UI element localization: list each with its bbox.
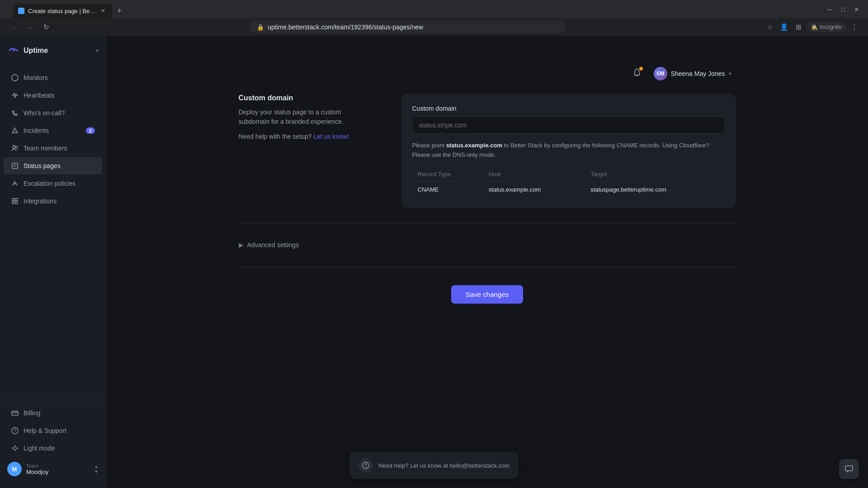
integrations-icon xyxy=(11,197,19,205)
team-label: Team xyxy=(26,463,90,469)
team-name: Moodjoy xyxy=(26,469,90,475)
svg-rect-13 xyxy=(15,202,18,204)
let-us-know-link[interactable]: Let us know! xyxy=(313,133,349,140)
sidebar-item-monitors[interactable]: Monitors xyxy=(4,69,102,86)
maximize-button[interactable]: □ xyxy=(837,4,849,15)
dns-table: Record Type Host Target CNAME status.exa… xyxy=(412,167,725,197)
escalation-policies-label: Escalation policies xyxy=(24,180,75,187)
dns-col-type: Record Type xyxy=(412,167,483,182)
security-icon: 🔒 xyxy=(257,24,264,31)
team-section[interactable]: M Team Moodjoy ▲▼ xyxy=(0,457,106,481)
incognito-icon: 🕵 xyxy=(811,24,818,30)
sidebar-bottom: Billing ? Help & Support Light mode M Te… xyxy=(0,400,106,488)
svg-point-6 xyxy=(16,146,18,148)
svg-text:?: ? xyxy=(365,463,368,468)
sidebar-item-heartbeats[interactable]: Heartbeats xyxy=(4,87,102,104)
sidebar-item-status-pages[interactable]: Status pages xyxy=(4,157,102,174)
logo-text: Uptime xyxy=(24,47,48,55)
minimize-button[interactable]: ─ xyxy=(824,4,835,15)
app-layout: Uptime ▾ Monitors Heartbeats Who's on xyxy=(0,36,868,488)
notification-dot xyxy=(639,67,643,70)
section-title: Custom domain xyxy=(239,94,374,102)
advanced-settings-label: Advanced settings xyxy=(247,241,299,249)
incognito-label: Incognito xyxy=(820,24,842,30)
light-mode-label: Light mode xyxy=(24,445,55,452)
extensions-button[interactable]: ⊞ xyxy=(792,21,805,33)
dns-target-cell: statuspage.betteruptime.com xyxy=(585,181,725,197)
svg-point-0 xyxy=(13,50,14,52)
main-content: SM Sheena May Jones ▾ Custom domain Depl… xyxy=(106,36,868,488)
help-tooltip-icon: ? xyxy=(359,458,373,473)
team-arrows-icon: ▲▼ xyxy=(94,464,99,474)
browser-actions: ☆ 👤 ⊞ 🕵 Incognito ⋮ xyxy=(763,21,861,33)
active-tab[interactable]: Create status page | Better Sta... ✕ xyxy=(13,4,112,18)
tab-favicon xyxy=(18,8,24,14)
svg-rect-14 xyxy=(12,411,18,415)
address-bar[interactable]: 🔒 uptime.betterstack.com/team/192396/sta… xyxy=(250,21,566,33)
custom-domain-input[interactable] xyxy=(412,117,725,134)
status-pages-label: Status pages xyxy=(24,162,61,169)
section-description-text: Deploy your status page to a custom subd… xyxy=(239,108,374,127)
whos-on-call-icon xyxy=(11,109,19,117)
section-divider xyxy=(239,223,736,223)
section-form: Custom domain Please point status.exampl… xyxy=(401,94,736,208)
profile-button[interactable]: 👤 xyxy=(778,21,790,33)
sidebar-item-integrations[interactable]: Integrations xyxy=(4,192,102,210)
integrations-label: Integrations xyxy=(24,197,57,205)
form-card: Custom domain Please point status.exampl… xyxy=(401,94,736,208)
sidebar-chevron-icon: ▾ xyxy=(96,47,99,54)
advanced-chevron-icon: ▶ xyxy=(239,241,244,249)
sidebar-header[interactable]: Uptime ▾ xyxy=(0,36,106,65)
escalation-icon xyxy=(11,179,19,188)
save-changes-button[interactable]: Save changes xyxy=(451,285,523,304)
dns-host-cell: status.example.com xyxy=(483,181,585,197)
sidebar-item-team-members[interactable]: Team members xyxy=(4,140,102,157)
tab-bar: Create status page | Better Sta... ✕ + xyxy=(13,4,820,18)
menu-button[interactable]: ⋮ xyxy=(848,21,861,33)
forward-button[interactable]: → xyxy=(24,21,36,33)
sidebar-item-light-mode[interactable]: Light mode xyxy=(4,440,102,457)
incidents-label: Incidents xyxy=(24,127,49,134)
back-button[interactable]: ← xyxy=(7,21,20,33)
chat-button[interactable] xyxy=(839,459,859,479)
sidebar-item-incidents[interactable]: Incidents 2 xyxy=(4,122,102,139)
sidebar-item-escalation-policies[interactable]: Escalation policies xyxy=(4,175,102,192)
sidebar-item-help-support[interactable]: ? Help & Support xyxy=(4,422,102,439)
advanced-settings-toggle[interactable]: ▶ Advanced settings xyxy=(239,238,736,252)
incognito-badge: 🕵 Incognito xyxy=(807,22,846,32)
help-text: Need help with the setup? Let us know! xyxy=(239,132,374,141)
team-members-label: Team members xyxy=(24,145,67,152)
team-avatar: M xyxy=(7,462,22,476)
svg-text:?: ? xyxy=(14,428,17,433)
notification-bell[interactable] xyxy=(632,68,642,80)
user-menu[interactable]: SM Sheena May Jones ▾ xyxy=(649,64,736,83)
status-pages-icon xyxy=(11,162,19,170)
dns-col-target: Target xyxy=(585,167,725,182)
user-name: Sheena May Jones xyxy=(671,70,725,77)
bookmark-button[interactable]: ☆ xyxy=(763,21,776,33)
browser-chrome: Create status page | Better Sta... ✕ + ─… xyxy=(0,0,868,36)
dns-info-text: Please point status.example.com to Bette… xyxy=(412,141,725,160)
svg-point-18 xyxy=(14,447,17,450)
light-mode-icon xyxy=(11,444,19,452)
sidebar-item-billing[interactable]: Billing xyxy=(4,404,102,422)
svg-rect-11 xyxy=(15,198,18,201)
svg-rect-10 xyxy=(12,198,14,201)
footer-divider xyxy=(239,267,736,267)
url-text: uptime.betterstack.com/team/192396/statu… xyxy=(268,23,423,31)
content-wrapper: SM Sheena May Jones ▾ Custom domain Depl… xyxy=(239,54,736,304)
svg-point-1 xyxy=(12,75,18,81)
section-description: Custom domain Deploy your status page to… xyxy=(239,94,374,208)
whos-on-call-label: Who's on-call? xyxy=(24,109,65,117)
close-button[interactable]: ✕ xyxy=(851,4,863,15)
team-info: Team Moodjoy xyxy=(26,463,90,475)
tab-close-button[interactable]: ✕ xyxy=(99,7,107,14)
sidebar-item-whos-on-call[interactable]: Who's on-call? xyxy=(4,104,102,122)
svg-rect-25 xyxy=(845,466,853,471)
heartbeats-icon xyxy=(11,91,19,99)
dns-col-host: Host xyxy=(483,167,585,182)
svg-rect-7 xyxy=(12,163,18,169)
reload-button[interactable]: ↻ xyxy=(40,21,52,33)
billing-label: Billing xyxy=(24,409,40,417)
new-tab-button[interactable]: + xyxy=(113,5,126,17)
